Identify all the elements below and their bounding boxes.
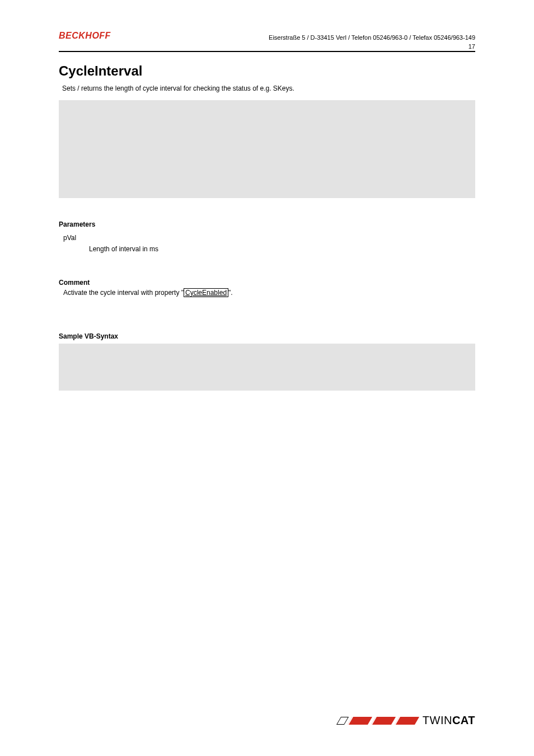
footer-bars-icon (339, 717, 420, 725)
comment-body: Activate the cycle interval with propert… (63, 289, 475, 297)
comment-heading: Comment (59, 279, 475, 287)
document-page: BECKHOFF Eiserstraße 5 / D-33415 Verl / … (0, 0, 534, 756)
sample-syntax-box (59, 344, 475, 391)
intro-text: Sets / returns the length of cycle inter… (62, 84, 475, 92)
comment-link-box: CycleEnabled (184, 288, 228, 297)
page-title: CycleInterval (59, 63, 475, 79)
page-number-row: 17 (59, 43, 475, 50)
footer-twin-text: TWIN (423, 714, 452, 727)
parameters-heading: Parameters (59, 220, 475, 228)
syntax-definition-box (59, 100, 475, 198)
comment-prefix: Activate the cycle interval with propert… (63, 289, 184, 297)
brand-logo: BECKHOFF (59, 31, 111, 41)
header-rule (59, 51, 475, 52)
param-name: pVal (63, 234, 475, 242)
footer-cat-text: CAT (452, 714, 475, 727)
comment-suffix: ". (228, 289, 233, 297)
footer-logo: TWINCAT (339, 714, 475, 727)
page-number: 17 (469, 43, 475, 50)
cycleenabled-link[interactable]: CycleEnabled (185, 289, 227, 297)
param-description: Length of interval in ms (89, 245, 475, 253)
sample-syntax-heading: Sample VB-Syntax (59, 332, 475, 340)
header-address: Eiserstraße 5 / D-33415 Verl / Telefon 0… (269, 34, 475, 41)
page-header: BECKHOFF Eiserstraße 5 / D-33415 Verl / … (59, 31, 475, 41)
